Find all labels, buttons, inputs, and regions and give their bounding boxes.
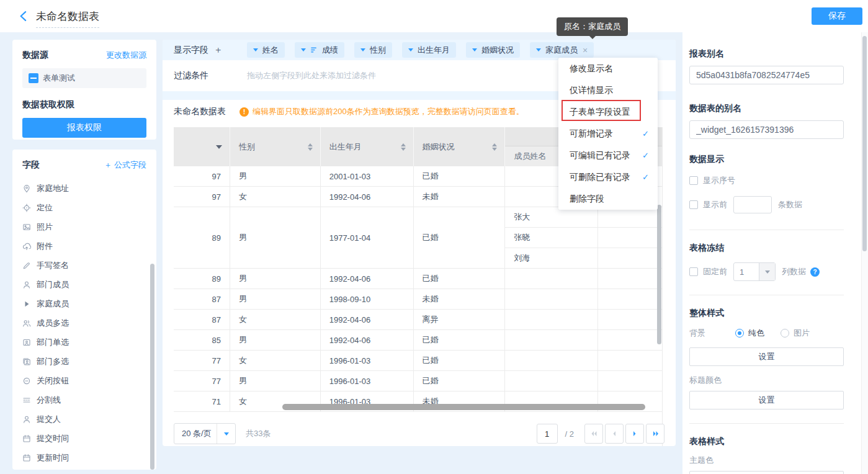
show-index-checkbox[interactable]: [689, 176, 698, 185]
chevron-down-icon[interactable]: [408, 48, 413, 51]
table-cell: 已婚: [414, 207, 506, 268]
sort-toggle-icon[interactable]: [492, 143, 497, 151]
settings-panel: 报表别名 数据表的别名 数据显示 显示序号 显示前 条数据 表格冻结 固定前 1…: [682, 32, 868, 474]
field-item[interactable]: 部门单选: [22, 333, 146, 352]
menu-item[interactable]: 可删除已有记录✓: [558, 166, 658, 188]
report-permission-button[interactable]: 报表权限: [22, 118, 146, 138]
table-row[interactable]: 89男1992-04-06已婚: [174, 269, 662, 289]
close-icon[interactable]: ×: [583, 45, 588, 55]
display-field-chip[interactable]: 姓名: [247, 42, 285, 58]
table-alias-input[interactable]: [689, 120, 844, 139]
field-item[interactable]: 提交人: [22, 409, 146, 429]
field-item[interactable]: 附件: [22, 236, 146, 256]
field-item[interactable]: 照片: [22, 217, 146, 236]
last-page-button[interactable]: [646, 424, 664, 444]
table-vertical-scrollbar[interactable]: [657, 205, 661, 344]
freeze-suffix-label: 列数据: [782, 266, 806, 277]
table-cell: 1992-04-06: [321, 269, 414, 288]
table-row[interactable]: 77男1996-01-03已婚: [174, 371, 662, 391]
chevron-down-icon[interactable]: [360, 48, 365, 51]
chevron-down-icon[interactable]: [253, 48, 258, 51]
chip-label: 姓名: [262, 45, 279, 56]
column-header-birth[interactable]: 出生年月: [321, 127, 414, 166]
freeze-checkbox[interactable]: [689, 267, 698, 276]
field-item[interactable]: 部门成员: [22, 275, 146, 294]
table-cell: 女: [230, 187, 321, 207]
window-scrollbar-thumb[interactable]: [862, 36, 867, 251]
field-item-label: 成员多选: [37, 318, 69, 329]
sort-toggle-icon[interactable]: [308, 143, 313, 151]
fields-scrollbar[interactable]: [150, 264, 154, 470]
calendar-icon: [22, 434, 31, 443]
chevron-down-icon[interactable]: [536, 48, 541, 51]
column-header-score[interactable]: [174, 127, 230, 166]
display-field-chip[interactable]: 性别: [354, 42, 392, 58]
help-icon[interactable]: ?: [810, 267, 820, 277]
display-field-chip[interactable]: 成绩: [295, 42, 344, 58]
freeze-count-select[interactable]: 1: [733, 262, 776, 281]
display-field-chip[interactable]: 出生年月: [402, 42, 456, 58]
title-color-setting-button[interactable]: 设置: [689, 391, 844, 409]
table-horizontal-scrollbar[interactable]: [282, 404, 645, 410]
theme-color-setting-button[interactable]: 设置: [689, 471, 844, 474]
field-item[interactable]: 成员多选: [22, 313, 146, 333]
filter-dropzone-placeholder[interactable]: 拖动左侧字段到此处来添加过滤条件: [247, 70, 376, 81]
field-item[interactable]: 家庭成员: [22, 294, 146, 313]
radio-selected-icon: [735, 329, 744, 338]
page-size-select[interactable]: 20 条/页: [174, 423, 236, 444]
display-field-chips: 姓名成绩性别出生年月婚姻状况家庭成员×: [247, 42, 594, 58]
field-item[interactable]: 定位: [22, 198, 146, 217]
bg-solid-radio[interactable]: 纯色: [735, 328, 764, 339]
table-row[interactable]: 87男1998-09-10未婚: [174, 289, 662, 310]
next-page-button[interactable]: [625, 424, 644, 444]
member-subrow: [505, 371, 662, 391]
change-datasource-link[interactable]: 更改数据源: [106, 50, 146, 61]
chevron-down-icon: [217, 424, 235, 444]
bg-image-radio[interactable]: 图片: [781, 328, 810, 339]
page-number-input[interactable]: [537, 424, 558, 444]
menu-item[interactable]: 可新增记录✓: [558, 123, 658, 145]
save-button[interactable]: 保存: [812, 7, 862, 25]
background-setting-button[interactable]: 设置: [689, 347, 844, 366]
menu-item[interactable]: 仅详情显示: [558, 79, 658, 101]
subform-icon: [22, 300, 31, 308]
table-cell: 未婚: [414, 289, 506, 309]
chevron-down-icon[interactable]: [301, 48, 306, 51]
menu-item[interactable]: 删除字段: [558, 188, 658, 210]
back-icon[interactable]: [17, 10, 30, 22]
member-subrow: [505, 330, 662, 350]
field-item[interactable]: 手写签名: [22, 256, 146, 275]
row-limit-input[interactable]: [733, 196, 772, 213]
field-item[interactable]: 关闭按钮: [22, 371, 146, 390]
chevron-down-icon[interactable]: [472, 48, 477, 51]
display-field-chip[interactable]: 婚姻状况: [466, 42, 520, 58]
prev-page-button[interactable]: [605, 424, 624, 444]
sort-toggle-icon[interactable]: [401, 143, 406, 151]
table-row[interactable]: 87女1992-04-06离异: [174, 310, 662, 330]
first-page-button[interactable]: [584, 424, 603, 444]
field-item[interactable]: 更新时间: [22, 448, 146, 467]
display-field-chip[interactable]: 家庭成员×: [530, 42, 594, 58]
show-first-checkbox[interactable]: [689, 200, 698, 209]
add-display-field-button[interactable]: ＋: [213, 44, 223, 56]
page-title[interactable]: 未命名数据表: [36, 9, 99, 28]
table-row[interactable]: 77女1996-01-03已婚: [174, 351, 662, 371]
field-item[interactable]: 分割线: [22, 390, 146, 409]
table-row[interactable]: 89男1977-01-04已婚张大张晓刘海: [174, 207, 662, 269]
menu-item[interactable]: 修改显示名: [558, 58, 658, 79]
table-row[interactable]: 85男1992-04-06已婚: [174, 330, 662, 351]
menu-item[interactable]: 可编辑已有记录✓: [558, 145, 658, 166]
field-item[interactable]: 提交时间: [22, 429, 146, 448]
window-scrollbar-track[interactable]: [861, 32, 868, 474]
table-cell: 男: [230, 269, 321, 288]
formula-field-link[interactable]: ＋ 公式字段: [104, 159, 146, 171]
datasource-item[interactable]: 表单测试: [22, 68, 146, 88]
table-alias-label: 数据表的别名: [689, 103, 844, 114]
column-header-marital[interactable]: 婚姻状况: [414, 127, 506, 166]
column-header-gender[interactable]: 性别: [230, 127, 321, 166]
field-item[interactable]: 部门多选: [22, 352, 146, 371]
member-extra-cell: [598, 289, 662, 309]
report-alias-input[interactable]: [689, 66, 844, 84]
menu-item[interactable]: 子表单字段设置: [558, 101, 658, 123]
field-item[interactable]: 家庭地址: [22, 179, 146, 198]
